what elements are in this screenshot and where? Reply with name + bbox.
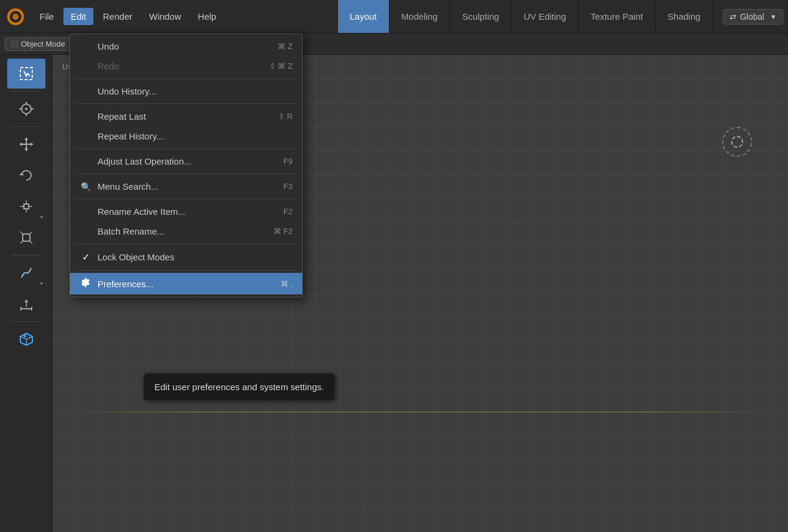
- svg-marker-14: [19, 142, 22, 146]
- svg-line-25: [20, 241, 23, 244]
- toolbar-sep-4: [11, 321, 41, 322]
- redo-shortcut: ⇧ ⌘ Z: [269, 62, 293, 71]
- workspace-tabs: Layout Modeling Sculpting UV Editing Tex…: [338, 0, 713, 33]
- menu-sep-2: [75, 104, 297, 104]
- menu-item-batch-rename[interactable]: Batch Rename... ⌘ F2: [70, 221, 302, 241]
- tooltip-text: Edit user preferences and system setting…: [154, 382, 324, 392]
- rotate-tool[interactable]: [7, 160, 45, 190]
- menu-item-adjust-last[interactable]: Adjust Last Operation... F9: [70, 151, 302, 171]
- lock-modes-label: Lock Object Modes: [98, 252, 174, 262]
- navigation-gizmo[interactable]: [722, 127, 752, 157]
- transform-tool[interactable]: [7, 223, 45, 253]
- transform-selector[interactable]: ⇄ Global ▼: [723, 9, 783, 25]
- svg-marker-15: [31, 142, 34, 146]
- lock-modes-checkmark: ✓: [80, 251, 92, 263]
- repeat-last-label: Repeat Last: [98, 111, 146, 121]
- adjust-last-shortcut: F9: [284, 157, 293, 166]
- preferences-label: Preferences...: [98, 279, 153, 289]
- menu-item-rename-active[interactable]: Rename Active Item... F2: [70, 202, 302, 221]
- menu-item-undo[interactable]: Undo ⌘ Z: [70, 37, 302, 56]
- search-icon: 🔍: [80, 182, 92, 191]
- undo-label: Undo: [98, 41, 119, 51]
- window-menu[interactable]: Window: [142, 8, 188, 25]
- navigation-gizmo-inner: [731, 136, 743, 148]
- preferences-tooltip: Edit user preferences and system setting…: [144, 373, 334, 400]
- toolbar-sep-2: [11, 126, 41, 127]
- tab-shading[interactable]: Shading: [656, 0, 713, 33]
- measure-tool[interactable]: [7, 289, 45, 319]
- repeat-last-shortcut: ⇧ R: [278, 112, 293, 121]
- svg-point-2: [13, 14, 19, 20]
- tab-sculpting[interactable]: Sculpting: [450, 0, 512, 33]
- menu-sep-1: [75, 78, 297, 79]
- mode-label: Object Mode: [21, 39, 65, 48]
- rename-active-shortcut: F2: [284, 207, 293, 216]
- svg-line-24: [30, 232, 32, 234]
- cursor-tool[interactable]: [7, 94, 45, 124]
- left-toolbar: ▸ ▸: [0, 55, 53, 532]
- menu-sep-7: [75, 270, 297, 270]
- svg-line-26: [30, 241, 32, 244]
- annotate-tool[interactable]: ▸: [7, 258, 45, 288]
- menu-item-undo-history[interactable]: Undo History...: [70, 81, 302, 101]
- batch-rename-shortcut: ⌘ F2: [273, 227, 293, 236]
- scale-tool[interactable]: ▸: [7, 191, 45, 221]
- preferences-shortcut: ⌘ ,: [281, 279, 293, 288]
- repeat-history-label: Repeat History...: [98, 131, 164, 141]
- tab-texture-paint[interactable]: Texture Paint: [579, 0, 656, 33]
- menu-item-repeat-last[interactable]: Repeat Last ⇧ R: [70, 107, 302, 126]
- undo-shortcut: ⌘ Z: [278, 42, 293, 51]
- transform-label: Global: [740, 12, 764, 22]
- help-menu[interactable]: Help: [191, 8, 224, 25]
- file-menu[interactable]: File: [32, 8, 61, 25]
- add-object-tool[interactable]: +: [7, 324, 45, 354]
- svg-line-23: [20, 232, 23, 234]
- top-bar: File Edit Render Window Help Layout Mode…: [0, 0, 788, 34]
- undo-history-label: Undo History...: [98, 86, 156, 96]
- toolbar-sep-1: [11, 91, 41, 92]
- tab-modeling[interactable]: Modeling: [390, 0, 451, 33]
- transform-icon: ⇄: [729, 12, 737, 22]
- menu-sep-3: [75, 148, 297, 149]
- svg-marker-12: [25, 137, 28, 140]
- chevron-down-icon: ▼: [770, 13, 777, 20]
- rename-active-label: Rename Active Item...: [98, 206, 185, 217]
- svg-marker-31: [25, 299, 28, 302]
- svg-rect-17: [24, 204, 29, 209]
- svg-line-34: [26, 336, 32, 339]
- menu-search-label: Menu Search...: [98, 181, 159, 191]
- mode-icon: ⬛: [10, 40, 19, 48]
- adjust-last-label: Adjust Last Operation...: [98, 156, 191, 166]
- edit-menu-btn[interactable]: Edit: [63, 8, 93, 25]
- svg-point-5: [25, 108, 28, 110]
- move-tool[interactable]: [7, 129, 45, 159]
- topbar-right: ⇄ Global ▼: [723, 9, 783, 25]
- batch-rename-label: Batch Rename...: [98, 226, 165, 236]
- menu-sep-4: [75, 174, 297, 174]
- menu-item-redo: Redo ⇧ ⌘ Z: [70, 56, 302, 76]
- menu-item-menu-search[interactable]: 🔍 Menu Search... F3: [70, 177, 302, 196]
- blender-logo[interactable]: [5, 6, 26, 28]
- svg-rect-3: [20, 68, 32, 80]
- svg-rect-22: [23, 234, 30, 241]
- horizon-line: [53, 412, 788, 412]
- svg-text:+: +: [23, 333, 27, 339]
- menu-sep-6: [75, 244, 297, 244]
- render-menu[interactable]: Render: [96, 8, 139, 25]
- menu-search-shortcut: F3: [284, 182, 293, 191]
- tab-layout[interactable]: Layout: [338, 0, 390, 33]
- svg-marker-16: [19, 173, 24, 175]
- toolbar-sep-3: [11, 255, 41, 256]
- svg-marker-13: [25, 148, 28, 151]
- tab-uv-editing[interactable]: UV Editing: [512, 0, 579, 33]
- select-box-tool[interactable]: [7, 59, 45, 89]
- menu-sep-5: [75, 199, 297, 199]
- menu-item-lock-object-modes[interactable]: ✓ Lock Object Modes: [70, 247, 302, 267]
- redo-label: Redo: [98, 61, 119, 71]
- gear-icon: [80, 278, 92, 290]
- menu-item-preferences[interactable]: Preferences... ⌘ ,: [70, 273, 302, 294]
- edit-dropdown: Undo ⌘ Z Redo ⇧ ⌘ Z Undo History... Repe…: [69, 34, 303, 297]
- menu-item-repeat-history[interactable]: Repeat History...: [70, 126, 302, 146]
